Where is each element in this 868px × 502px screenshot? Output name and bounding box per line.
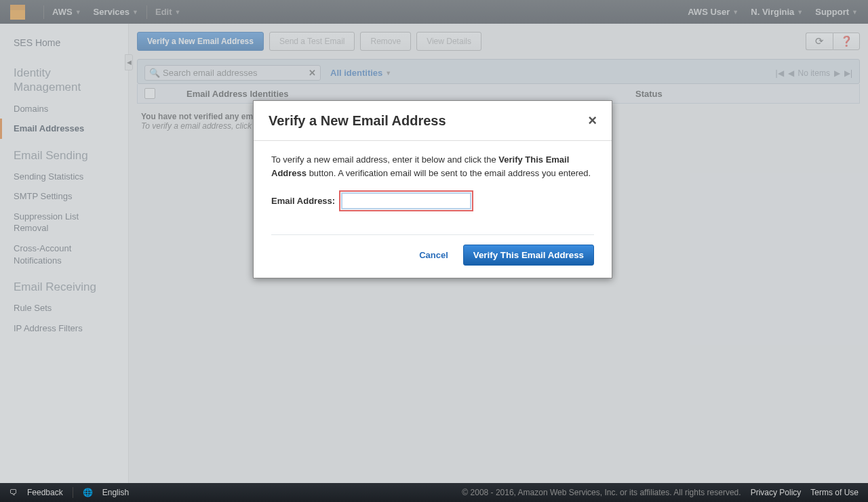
email-address-label: Email Address: bbox=[271, 194, 335, 208]
close-icon[interactable]: × bbox=[588, 112, 597, 129]
footer: 🗨 Feedback 🌐 English © 2008 - 2016, Amaz… bbox=[0, 483, 868, 502]
cancel-button[interactable]: Cancel bbox=[419, 250, 448, 260]
terms-link[interactable]: Terms of Use bbox=[810, 488, 859, 497]
copyright-text: © 2008 - 2016, Amazon Web Services, Inc.… bbox=[462, 488, 741, 497]
modal-title: Verify a New Email Address bbox=[269, 113, 588, 129]
globe-icon: 🌐 bbox=[83, 488, 93, 497]
feedback-link[interactable]: Feedback bbox=[27, 488, 63, 497]
verify-this-email-button[interactable]: Verify This Email Address bbox=[463, 245, 594, 266]
feedback-icon: 🗨 bbox=[9, 488, 18, 497]
modal-body-text: To verify a new email address, enter it … bbox=[271, 153, 594, 180]
privacy-link[interactable]: Privacy Policy bbox=[751, 488, 802, 497]
verify-email-modal: Verify a New Email Address × To verify a… bbox=[253, 100, 612, 278]
language-link[interactable]: English bbox=[102, 488, 129, 497]
email-address-input[interactable] bbox=[342, 193, 471, 209]
